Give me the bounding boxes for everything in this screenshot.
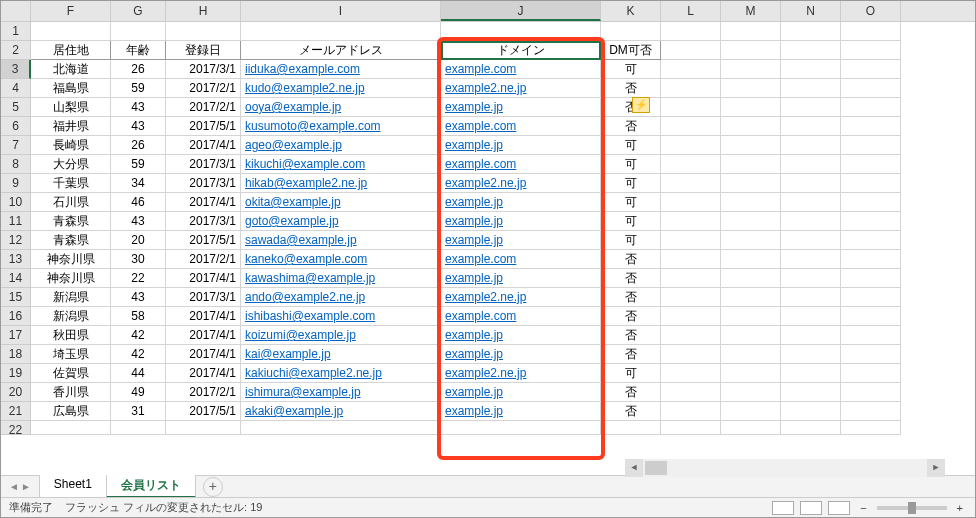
cell-N12[interactable] [781, 231, 841, 250]
cell-age[interactable]: 22 [111, 269, 166, 288]
cell-M14[interactable] [721, 269, 781, 288]
cell-email[interactable]: ooya@example.jp [241, 98, 441, 117]
cell-email[interactable]: kawashima@example.jp [241, 269, 441, 288]
cell-regdate[interactable]: 2017/5/1 [166, 231, 241, 250]
cell-email[interactable]: ando@example2.ne.jp [241, 288, 441, 307]
cell-N16[interactable] [781, 307, 841, 326]
cell-L1[interactable] [661, 22, 721, 41]
cell-O10[interactable] [841, 193, 901, 212]
cell-email[interactable]: kaneko@example.com [241, 250, 441, 269]
cell-M5[interactable] [721, 98, 781, 117]
view-page-break-button[interactable] [828, 501, 850, 515]
row-header-1[interactable]: 1 [1, 22, 31, 41]
cell-age[interactable]: 20 [111, 231, 166, 250]
cell-age[interactable]: 59 [111, 79, 166, 98]
header-cell-K[interactable]: DM可否 [601, 41, 661, 60]
zoom-handle[interactable] [908, 502, 916, 514]
cell-regdate[interactable]: 2017/3/1 [166, 60, 241, 79]
cell-regdate[interactable]: 2017/4/1 [166, 345, 241, 364]
cell-age[interactable]: 26 [111, 60, 166, 79]
cell-domain[interactable]: example.jp [441, 193, 601, 212]
cell-L6[interactable] [661, 117, 721, 136]
cell-residence[interactable]: 新潟県 [31, 307, 111, 326]
cell-I22[interactable] [241, 421, 441, 435]
column-header-F[interactable]: F [31, 1, 111, 21]
cell-L20[interactable] [661, 383, 721, 402]
column-header-L[interactable]: L [661, 1, 721, 21]
cell-dm[interactable]: 否 [601, 269, 661, 288]
cell-N15[interactable] [781, 288, 841, 307]
cell-email[interactable]: kusumoto@example.com [241, 117, 441, 136]
cell-regdate[interactable]: 2017/5/1 [166, 117, 241, 136]
cell-O6[interactable] [841, 117, 901, 136]
scroll-right-button[interactable]: ► [927, 459, 945, 477]
cell-M19[interactable] [721, 364, 781, 383]
cell-L19[interactable] [661, 364, 721, 383]
cell-L8[interactable] [661, 155, 721, 174]
cell-M18[interactable] [721, 345, 781, 364]
zoom-in-button[interactable]: + [953, 502, 967, 514]
cell-M20[interactable] [721, 383, 781, 402]
cell-regdate[interactable]: 2017/2/1 [166, 383, 241, 402]
cell-dm[interactable]: 可 [601, 60, 661, 79]
cell-O15[interactable] [841, 288, 901, 307]
row-header-10[interactable]: 10 [1, 193, 31, 212]
cell-email[interactable]: kudo@example2.ne.jp [241, 79, 441, 98]
cell-dm[interactable]: 可 [601, 231, 661, 250]
cell-O20[interactable] [841, 383, 901, 402]
cell-M6[interactable] [721, 117, 781, 136]
cell-email[interactable]: ageo@example.jp [241, 136, 441, 155]
zoom-out-button[interactable]: − [856, 502, 870, 514]
cell-domain[interactable]: example.jp [441, 136, 601, 155]
cell-O7[interactable] [841, 136, 901, 155]
cell-L7[interactable] [661, 136, 721, 155]
cell-N14[interactable] [781, 269, 841, 288]
row-header-12[interactable]: 12 [1, 231, 31, 250]
cell-L12[interactable] [661, 231, 721, 250]
cell-regdate[interactable]: 2017/2/1 [166, 79, 241, 98]
cell-H22[interactable] [166, 421, 241, 435]
cell-dm[interactable]: 否 [601, 345, 661, 364]
cell-email[interactable]: kakiuchi@example2.ne.jp [241, 364, 441, 383]
cell-L13[interactable] [661, 250, 721, 269]
cell-domain[interactable]: example.com [441, 117, 601, 136]
cell-O22[interactable] [841, 421, 901, 435]
cell-age[interactable]: 58 [111, 307, 166, 326]
cell-email[interactable]: sawada@example.jp [241, 231, 441, 250]
cell-regdate[interactable]: 2017/3/1 [166, 288, 241, 307]
cell-age[interactable]: 44 [111, 364, 166, 383]
cell-domain[interactable]: example.jp [441, 383, 601, 402]
cell-age[interactable]: 46 [111, 193, 166, 212]
cell-dm[interactable]: 否 [601, 326, 661, 345]
row-header-16[interactable]: 16 [1, 307, 31, 326]
cell-N21[interactable] [781, 402, 841, 421]
cell-G22[interactable] [111, 421, 166, 435]
cell-O4[interactable] [841, 79, 901, 98]
cell-domain[interactable]: example2.ne.jp [441, 174, 601, 193]
header-cell-J[interactable]: ドメイン [441, 41, 601, 60]
flash-fill-smart-tag[interactable]: ⚡ [632, 97, 650, 113]
header-cell-H[interactable]: 登録日 [166, 41, 241, 60]
row-header-20[interactable]: 20 [1, 383, 31, 402]
column-header-I[interactable]: I [241, 1, 441, 21]
cell-residence[interactable]: 神奈川県 [31, 269, 111, 288]
column-header-O[interactable]: O [841, 1, 901, 21]
cell-M1[interactable] [721, 22, 781, 41]
cell-residence[interactable]: 長崎県 [31, 136, 111, 155]
cell-M12[interactable] [721, 231, 781, 250]
cell-regdate[interactable]: 2017/4/1 [166, 307, 241, 326]
cell-N17[interactable] [781, 326, 841, 345]
cell-N2[interactable] [781, 41, 841, 60]
scroll-thumb[interactable] [645, 461, 667, 475]
row-header-15[interactable]: 15 [1, 288, 31, 307]
cell-O21[interactable] [841, 402, 901, 421]
cell-residence[interactable]: 青森県 [31, 231, 111, 250]
cell-domain[interactable]: example.com [441, 250, 601, 269]
cell-N4[interactable] [781, 79, 841, 98]
cell-regdate[interactable]: 2017/5/1 [166, 402, 241, 421]
cell-regdate[interactable]: 2017/4/1 [166, 364, 241, 383]
cell-dm[interactable]: 否 [601, 98, 661, 117]
cell-O11[interactable] [841, 212, 901, 231]
cell-domain[interactable]: example.com [441, 307, 601, 326]
row-header-14[interactable]: 14 [1, 269, 31, 288]
